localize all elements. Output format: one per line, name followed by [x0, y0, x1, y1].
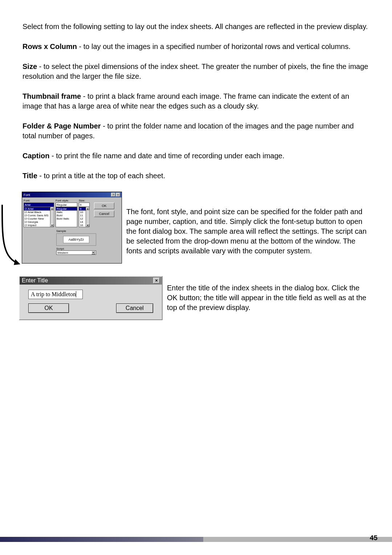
title-text: - to print a title at the top of each sh… [37, 172, 165, 180]
scroll-down-icon[interactable]: ▼ [86, 224, 89, 227]
style-list-item[interactable]: Italic [56, 211, 77, 214]
size-text: - to select the pixel dimensions of the … [23, 62, 368, 80]
script-select[interactable]: Western ▼ [56, 250, 96, 255]
size-list-item[interactable]: 14 [79, 220, 86, 224]
font-list-item[interactable]: OGeorgia [24, 220, 50, 224]
font-list-item[interactable]: OLucida Console [24, 227, 50, 227]
title-section: Title - to print a title at the top of e… [23, 171, 369, 181]
size-list-item[interactable]: 11 [79, 214, 86, 217]
sample-label: Sample [56, 229, 96, 233]
enter-title-dialog: Enter Title × A trip to Middleton OK Can… [19, 276, 163, 320]
size-list-item[interactable]: 12 [79, 217, 86, 220]
frame-label: Thumbnail frame [23, 92, 81, 100]
size-section: Size - to select the pixel dimensions of… [23, 62, 369, 81]
frame-section: Thumbnail frame - to print a black frame… [23, 91, 369, 111]
script-label: Script: [56, 247, 96, 250]
font-dialog-titlebar[interactable]: Font ? × [22, 192, 122, 197]
chevron-down-icon: ▼ [91, 251, 95, 254]
title-ok-button[interactable]: OK [28, 303, 69, 313]
font-cancel-button[interactable]: Cancel [94, 211, 114, 217]
scroll-up-icon[interactable]: ▲ [50, 207, 54, 210]
font-list-item[interactable]: OComic Sans MS [24, 214, 50, 217]
intro-text: Select from the following setting to lay… [23, 22, 369, 32]
title-dialog-titlebar[interactable]: Enter Title × [20, 277, 162, 285]
caption-section: Caption - to print the file name and dat… [23, 151, 369, 161]
font-list-item[interactable]: OImpact [24, 224, 50, 227]
font-list-item[interactable]: OCourier New [24, 217, 50, 220]
style-list-item[interactable]: Bold Italic [56, 217, 77, 220]
caption-text: - to print the file name and date and ti… [49, 152, 284, 160]
folder-section: Folder & Page Number - to print the fold… [23, 121, 369, 141]
size-list-item[interactable]: 16 [79, 224, 86, 227]
font-input[interactable]: Arial [24, 203, 54, 207]
font-list-item[interactable]: OArial [24, 207, 50, 211]
close-button[interactable]: × [116, 193, 120, 197]
title-cancel-button[interactable]: Cancel [116, 303, 153, 313]
size-list-item[interactable]: 18 [79, 227, 86, 227]
font-label: Font: [24, 199, 54, 202]
size-list-item[interactable]: 10 [79, 211, 86, 214]
style-list-item[interactable]: Regular [56, 207, 77, 211]
scroll-up-icon[interactable]: ▲ [86, 207, 89, 210]
rows-section: Rows x Column - to lay out the images in… [23, 42, 369, 52]
size-label: Size [23, 62, 37, 70]
close-icon[interactable]: × [153, 278, 160, 283]
size-list-item[interactable]: 9 [79, 207, 86, 211]
style-list-item[interactable]: Bold [56, 214, 77, 217]
font-explanation: The font, font style, and point size can… [126, 207, 369, 256]
size-input[interactable]: 9 [79, 203, 90, 207]
title-input[interactable]: A trip to Middleton [28, 290, 83, 299]
font-dialog-title: Font [24, 193, 30, 197]
folder-label: Folder & Page Number [23, 122, 101, 130]
style-label: Font style: [56, 199, 77, 202]
font-list-scrollbar[interactable]: ▲ ▼ [50, 207, 54, 227]
title-explanation: Enter the title of the index sheets in t… [167, 283, 370, 313]
font-dialog: Font ? × Font: Arial OArial OArial Black… [22, 192, 122, 264]
sample-box: AaBbYyZz [56, 233, 96, 246]
rows-label: Rows x Column [23, 42, 77, 50]
scroll-down-icon[interactable]: ▼ [50, 224, 54, 227]
font-ok-button[interactable]: OK [94, 203, 114, 209]
page-footer: 45 [0, 537, 392, 542]
sample-text: AaBbYyZz [63, 236, 90, 243]
title-label: Title [23, 172, 37, 180]
title-dialog-title: Enter Title [22, 277, 48, 284]
rows-text: - to lay out the images in a specified n… [77, 42, 351, 50]
size-label-fd: Size: [79, 199, 90, 202]
script-value: Western [57, 251, 68, 254]
style-input[interactable]: Regular [56, 203, 77, 207]
font-list-item[interactable]: OArial Black [24, 211, 50, 214]
page-number: 45 [370, 534, 377, 542]
caption-label: Caption [23, 152, 49, 160]
help-button[interactable]: ? [111, 193, 115, 197]
size-list-scrollbar[interactable]: ▲ ▼ [86, 207, 90, 227]
